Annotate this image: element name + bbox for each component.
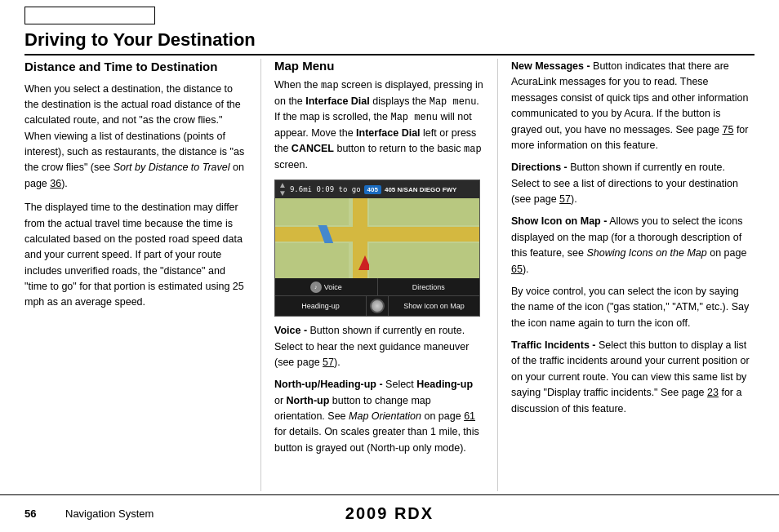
map-svg <box>275 198 479 280</box>
vehicle-model: 2009 RDX <box>345 504 434 523</box>
footer: 56 Navigation System 2009 RDX <box>0 494 779 532</box>
left-column: Distance and Time to Destination When yo… <box>24 59 261 491</box>
middle-column: Map Menu When the map screen is displaye… <box>261 59 498 491</box>
map-btn-third-row: New Messages Traffic Incidents <box>275 316 479 317</box>
directions-btn[interactable]: Directions <box>378 278 480 295</box>
svg-rect-8 <box>369 198 479 225</box>
traffic-incidents-text: Traffic Incidents - Select this button t… <box>511 338 755 417</box>
voice-btn[interactable]: ♪ Voice <box>275 278 378 295</box>
scroll-arrows: ▲ ▼ <box>278 181 287 197</box>
map-btn-top-row: ♪ Voice Directions <box>275 278 479 296</box>
map-image: ▲ ▼ 9.6mi 0:09 to go 405 405 N/SAN DIEGO… <box>274 180 480 317</box>
header-box <box>24 7 155 24</box>
mid-intro: When the map screen is displayed, pressi… <box>274 78 484 173</box>
show-icon-btn[interactable]: Show Icon on Map <box>389 296 479 316</box>
left-para-2: The displayed time to the destination ma… <box>24 200 247 311</box>
heading-text: North-up/Heading-up - Select Heading-up … <box>274 377 484 456</box>
new-messages-text: New Messages - Button indicates that the… <box>511 59 755 153</box>
left-heading: Distance and Time to Destination <box>24 59 247 75</box>
voice-control-text: By voice control, you can select the ico… <box>511 284 755 331</box>
directions-label: Directions <box>412 283 445 291</box>
page-number: 56 <box>24 508 36 520</box>
left-para-1: When you select a destination, the dista… <box>24 82 247 193</box>
svg-rect-5 <box>275 243 349 280</box>
map-button-row: ♪ Voice Directions Heading-up Sho <box>275 278 479 316</box>
voice-label: Voice <box>324 283 342 291</box>
voice-icon: ♪ <box>310 282 322 293</box>
center-circle-btn[interactable] <box>367 296 389 316</box>
heading-label: Heading-up <box>301 302 340 310</box>
svg-rect-1 <box>275 227 479 242</box>
show-icon-text: Show Icon on Map - Allows you to select … <box>511 214 755 277</box>
map-btn-bottom-row: Heading-up Show Icon on Map <box>275 296 479 316</box>
directions-text: Directions - Button shown if currently e… <box>511 160 755 207</box>
svg-rect-6 <box>369 243 479 280</box>
right-column: New Messages - Button indicates that the… <box>498 59 755 491</box>
heading-btn[interactable]: Heading-up <box>275 296 367 316</box>
svg-rect-7 <box>275 198 349 225</box>
map-route-sign: 405 <box>364 185 381 194</box>
map-distance: 9.6mi 0:09 to go <box>290 185 361 193</box>
main-content: Distance and Time to Destination When yo… <box>24 59 755 491</box>
show-icon-label: Show Icon on Map <box>403 302 465 310</box>
voice-text: Voice - Button shown if currently en rou… <box>274 323 484 370</box>
mid-heading: Map Menu <box>274 59 484 73</box>
map-top-bar: ▲ ▼ 9.6mi 0:09 to go 405 405 N/SAN DIEGO… <box>275 180 479 198</box>
page-title: Driving to Your Destination <box>24 29 755 55</box>
map-roads: 500 ft 0 ft <box>275 198 479 280</box>
nav-system-label: Navigation System <box>65 508 154 520</box>
center-dial <box>370 299 385 313</box>
map-road-label: 405 N/SAN DIEGO FWY <box>385 186 476 193</box>
